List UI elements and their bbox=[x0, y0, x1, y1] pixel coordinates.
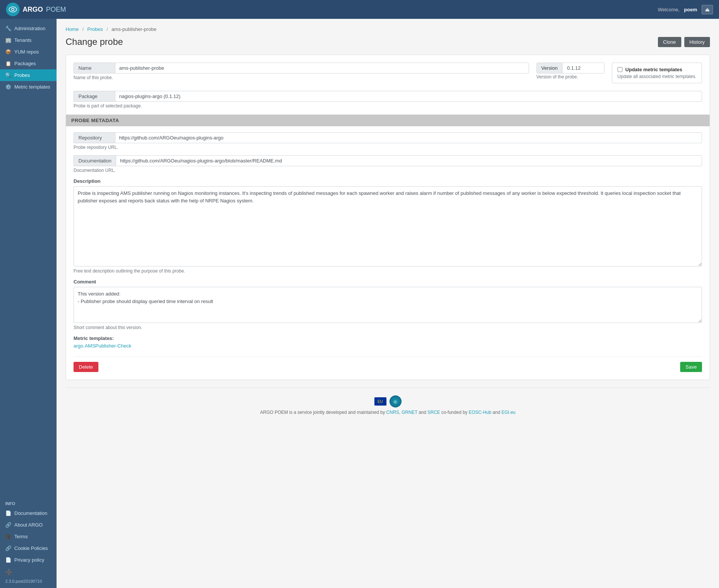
save-button[interactable]: Save bbox=[680, 362, 702, 372]
clipboard-icon: 📋 bbox=[5, 61, 11, 66]
clone-button[interactable]: Clone bbox=[658, 37, 681, 47]
sidebar-item-probes[interactable]: 🔍 Probes bbox=[0, 69, 57, 81]
footer-text: ARGO POEM is a service jointly developed… bbox=[73, 410, 702, 415]
sidebar-item-tenants[interactable]: 🏢 Tenants bbox=[0, 34, 57, 46]
history-button[interactable]: History bbox=[684, 37, 710, 47]
breadcrumb-home[interactable]: Home bbox=[66, 26, 79, 32]
sidebar-label-documentation: Documentation bbox=[14, 510, 47, 516]
metric-template-link[interactable]: argo.AMSPublisher-Check bbox=[74, 343, 131, 349]
form-card: Name Name of this probe. Version 0.1.12 … bbox=[66, 55, 710, 380]
metric-templates-label: Metric templates: bbox=[74, 335, 702, 341]
documentation-field-row: Documentation bbox=[74, 155, 702, 166]
sidebar-item-about-argo[interactable]: 🔗 About ARGO bbox=[0, 519, 57, 531]
update-metric-help: Update all associated metric templates. bbox=[618, 74, 696, 79]
name-help: Name of this probe. bbox=[74, 75, 529, 80]
username: poem bbox=[684, 7, 697, 12]
name-label: Name bbox=[74, 63, 115, 74]
name-input[interactable] bbox=[115, 63, 529, 74]
doc-icon: 📄 bbox=[5, 510, 11, 516]
repository-section: Repository Probe repository URL. bbox=[74, 132, 702, 150]
footer-logos: EU ◎ bbox=[73, 395, 702, 407]
documentation-help: Documentation URL. bbox=[74, 168, 702, 173]
privacy-icon: 📄 bbox=[5, 557, 11, 563]
header-buttons: Clone History bbox=[658, 37, 710, 47]
name-field-row: Name bbox=[74, 63, 529, 74]
breadcrumb-sep-1: / bbox=[82, 26, 84, 32]
sidebar-item-documentation[interactable]: 📄 Documentation bbox=[0, 507, 57, 519]
footer-cnrs[interactable]: CNRS bbox=[386, 410, 399, 415]
package-section: Package Probe is part of selected packag… bbox=[74, 91, 702, 109]
version-help: Version of the probe. bbox=[537, 74, 604, 80]
eu-flag-icon: EU bbox=[374, 397, 386, 406]
name-section: Name Name of this probe. bbox=[74, 63, 529, 86]
description-help: Free text description outlining the purp… bbox=[74, 268, 702, 274]
repository-help: Probe repository URL. bbox=[74, 145, 702, 150]
sidebar-label-tenants: Tenants bbox=[14, 37, 32, 43]
version-section: Version 0.1.12 Version of the probe. bbox=[537, 63, 604, 80]
breadcrumb-current: ams-publisher-probe bbox=[112, 26, 156, 32]
sidebar-info-header: INFO bbox=[0, 498, 57, 507]
update-metric-text: Update metric templates bbox=[625, 67, 682, 72]
sidebar: 🔧 Administration 🏢 Tenants 📦 YUM repos 📋… bbox=[0, 19, 57, 588]
cookie-icon: 🔗 bbox=[5, 545, 11, 551]
probe-icon: 🔍 bbox=[5, 72, 11, 78]
documentation-label: Documentation bbox=[74, 155, 116, 166]
sidebar-item-terms[interactable]: 🎥 Terms bbox=[0, 531, 57, 542]
footer-egi[interactable]: EGI.eu bbox=[501, 410, 515, 415]
repository-input[interactable] bbox=[115, 132, 702, 143]
package-input[interactable] bbox=[115, 91, 702, 102]
sidebar-item-privacy-policy[interactable]: 📄 Privacy policy bbox=[0, 554, 57, 566]
description-section: Description Free text description outlin… bbox=[74, 178, 702, 274]
box-icon: 📦 bbox=[5, 49, 11, 55]
version-value: 0.1.12 bbox=[563, 63, 585, 73]
sidebar-item-packages[interactable]: 📋 Packages bbox=[0, 58, 57, 69]
brand-logo[interactable]: ARGO POEM bbox=[6, 3, 66, 16]
update-metric-checkbox[interactable] bbox=[618, 67, 622, 72]
wrench-icon: 🔧 bbox=[5, 26, 11, 31]
breadcrumb-probes[interactable]: Probes bbox=[87, 26, 103, 32]
navbar-right: Welcome, poem ⏏ bbox=[658, 5, 713, 14]
navbar: ARGO POEM Welcome, poem ⏏ bbox=[0, 0, 719, 19]
sidebar-label-yum-repos: YUM repos bbox=[14, 49, 39, 55]
sidebar-item-yum-repos[interactable]: 📦 YUM repos bbox=[0, 46, 57, 58]
main-content: Home / Probes / ams-publisher-probe Chan… bbox=[57, 19, 719, 588]
footer-eosc-hub[interactable]: EOSC-Hub bbox=[469, 410, 491, 415]
sidebar-item-administration[interactable]: 🔧 Administration bbox=[0, 23, 57, 34]
terms-icon: 🎥 bbox=[5, 534, 11, 539]
delete-button[interactable]: Delete bbox=[74, 362, 98, 372]
sidebar-label-privacy-policy: Privacy policy bbox=[14, 557, 44, 563]
version-field: Version 0.1.12 bbox=[537, 63, 604, 74]
repository-label: Repository bbox=[74, 132, 115, 143]
breadcrumb: Home / Probes / ams-publisher-probe bbox=[66, 26, 710, 32]
comment-textarea[interactable] bbox=[74, 287, 702, 323]
update-metric-label[interactable]: Update metric templates bbox=[618, 67, 696, 72]
footer: EU ◎ ARGO POEM is a service jointly deve… bbox=[66, 387, 710, 423]
logout-button[interactable]: ⏏ bbox=[702, 5, 713, 14]
sidebar-item-cookie-policies[interactable]: 🔗 Cookie Policies bbox=[0, 542, 57, 554]
sidebar-label-probes: Probes bbox=[14, 72, 30, 78]
repository-field-row: Repository bbox=[74, 132, 702, 143]
sidebar-item-metric-templates[interactable]: ⚙️ Metric templates bbox=[0, 81, 57, 93]
comment-help: Short comment about this version. bbox=[74, 325, 702, 330]
sidebar-label-metric-templates: Metric templates bbox=[14, 84, 50, 90]
sidebar-label-cookie-policies: Cookie Policies bbox=[14, 545, 48, 551]
svg-point-2 bbox=[12, 9, 14, 10]
update-metric-section: Update metric templates Update all assoc… bbox=[612, 63, 702, 83]
building-icon: 🏢 bbox=[5, 37, 11, 43]
footer-grnet[interactable]: GRNET bbox=[402, 410, 417, 415]
plus-icon: ➕ bbox=[5, 569, 13, 576]
package-field-row: Package bbox=[74, 91, 702, 102]
sidebar-label-terms: Terms bbox=[14, 534, 28, 539]
documentation-input[interactable] bbox=[116, 155, 702, 166]
package-help: Probe is part of selected package. bbox=[74, 103, 702, 109]
page-title: Change probe bbox=[66, 37, 123, 47]
comment-section: Comment Short comment about this version… bbox=[74, 279, 702, 330]
package-label: Package bbox=[74, 91, 115, 102]
footer-srce[interactable]: SRCE bbox=[428, 410, 440, 415]
description-textarea[interactable] bbox=[74, 186, 702, 266]
metadata-section-header: PROBE METADATA bbox=[66, 115, 710, 126]
link-icon: 🔗 bbox=[5, 522, 11, 528]
form-actions: Delete Save bbox=[74, 356, 702, 372]
page-header: Change probe Clone History bbox=[66, 37, 710, 47]
brand-icon bbox=[6, 3, 20, 16]
